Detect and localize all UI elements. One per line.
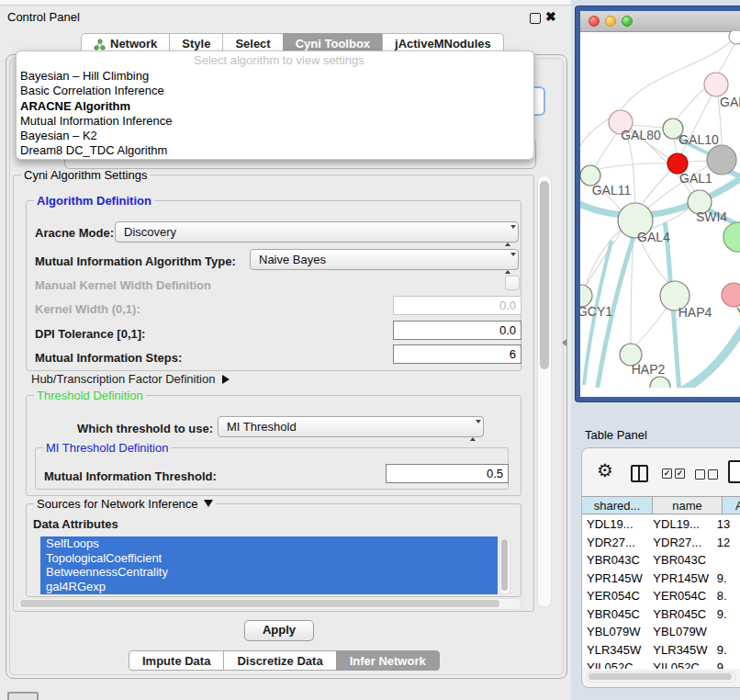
combo-spinner-icon [505, 254, 511, 274]
algorithm-dropdown-item[interactable]: Basic Correlation Inference [18, 84, 532, 98]
float-window-icon[interactable] [530, 13, 541, 24]
manual-kernel-checkbox[interactable] [505, 276, 520, 290]
network-node[interactable] [722, 283, 740, 307]
cell-value: 9. [714, 641, 740, 660]
algorithm-dropdown-item[interactable]: ARACNE Algorithm [18, 99, 532, 114]
cell-name: YLR345W [648, 641, 713, 660]
column-header-partial[interactable]: A [723, 496, 740, 514]
network-node-label: HAP4 [678, 305, 712, 320]
new-table-icon[interactable] [728, 460, 740, 483]
close-icon[interactable]: ✖ [545, 9, 556, 24]
network-node-label: GCY1 [580, 304, 612, 319]
table-hscrollbar[interactable] [586, 672, 736, 683]
network-window-titlebar[interactable] [580, 11, 740, 32]
apply-button[interactable]: Apply [244, 620, 314, 641]
data-attribute-item[interactable]: gal4RGexp [40, 580, 498, 594]
dpi-tolerance-input[interactable] [393, 321, 521, 340]
combo-spinner-icon [505, 226, 511, 246]
network-node[interactable] [704, 73, 728, 96]
cell-name: YBR043C [648, 551, 713, 570]
aracne-mode-value: Discovery [124, 225, 176, 239]
network-node-label: SWI4 [696, 209, 727, 224]
which-threshold-combo[interactable]: MI Threshold [218, 416, 484, 437]
table-row[interactable]: YDL19... YDL19... 13 [582, 515, 740, 534]
attributes-scrollbar-thumb[interactable] [501, 539, 508, 591]
table-row[interactable]: YBL079W YBL079W [582, 623, 740, 641]
mi-type-label: Mutual Information Algorithm Type: [35, 254, 236, 268]
minimized-panel-chip[interactable] [7, 692, 39, 700]
cell-name: YPR145W [648, 570, 713, 588]
screen: Control Panel ✖ Network Style Select Cyn… [0, 0, 740, 700]
tab-discretize-data[interactable]: Discretize Data [223, 650, 336, 671]
mi-steps-input[interactable] [393, 344, 521, 364]
column-view-icon[interactable] [631, 465, 648, 482]
tab-impute-data[interactable]: Impute Data [129, 650, 224, 671]
tab-infer-network[interactable]: Infer Network [336, 650, 440, 671]
cell-shared-name: YLR345W [582, 641, 648, 660]
minimize-traffic-light[interactable] [605, 16, 616, 27]
mi-threshold-legend: MI Threshold Definition [43, 441, 171, 455]
collapse-down-icon[interactable] [204, 500, 213, 507]
network-node-label: GAL11 [592, 183, 632, 198]
table-row[interactable]: YBR045C YBR045C 9. [582, 605, 740, 624]
settings-hscrollbar[interactable] [17, 598, 521, 610]
cell-name: YBL079W [648, 623, 713, 641]
close-traffic-light[interactable] [589, 16, 600, 27]
manual-kernel-label: Manual Kernel Width Definition [35, 278, 211, 292]
control-panel-title: Control Panel [7, 10, 80, 24]
checked-checkbox-icon[interactable]: ✓ [662, 469, 672, 479]
mi-threshold-label: Mutual Information Threshold: [44, 469, 217, 483]
table-row[interactable]: YLR345W YLR345W 9. [582, 641, 740, 660]
cell-value: 12 [714, 534, 740, 552]
cell-name: YDR27... [648, 534, 713, 552]
network-node-label: HAP2 [632, 362, 666, 377]
aracne-mode-label: Aracne Mode: [35, 226, 114, 240]
network-canvas[interactable]: GALGAL80GAL10GAL1GAL11SWI4GAL4GCY1HAP4YH… [580, 31, 740, 388]
network-node[interactable] [729, 31, 740, 44]
which-threshold-value: MI Threshold [227, 420, 297, 434]
column-header-name[interactable]: name [653, 496, 723, 514]
cell-name: YBR045C [648, 605, 713, 624]
column-header-shared-name[interactable]: shared... [582, 496, 653, 514]
table-row[interactable]: YBR043C YBR043C [582, 551, 740, 570]
settings-hscrollbar-thumb[interactable] [20, 600, 499, 607]
algorithm-dropdown-item[interactable]: Mutual Information Inference [18, 114, 532, 129]
cell-value: 9. [714, 659, 740, 669]
cell-value [714, 623, 740, 641]
network-node[interactable] [723, 222, 740, 252]
unchecked-checkbox-icon[interactable] [695, 469, 705, 480]
settings-scrollbar-thumb[interactable] [540, 181, 549, 369]
network-node-label: Y [736, 305, 740, 320]
algorithm-dropdown-item[interactable]: Dream8 DC_TDC Algorithm [18, 143, 532, 158]
sash-collapse-arrow[interactable] [562, 339, 566, 346]
gear-icon[interactable]: ⚙ [597, 461, 613, 480]
network-view-window[interactable]: GALGAL80GAL10GAL1GAL11SWI4GAL4GCY1HAP4YH… [576, 6, 740, 401]
window-top-strip [0, 0, 571, 6]
algorithm-dropdown-item[interactable]: Bayesian – Hill Climbing [18, 69, 532, 84]
data-attribute-item[interactable]: BetweennessCentrality [40, 565, 498, 580]
table-row[interactable]: YIL052C YIL052C 9. [582, 659, 740, 669]
table-row[interactable]: YDR27... YDR27... 12 [582, 534, 740, 552]
table-row[interactable]: YER054C YER054C 8. [582, 587, 740, 605]
unchecked-checkbox-icon[interactable] [708, 469, 718, 480]
table-row[interactable]: YPR145W YPR145W 9. [582, 570, 740, 588]
cell-value: 8. [714, 587, 740, 605]
table-hscrollbar-thumb[interactable] [589, 673, 732, 680]
algorithm-dropdown-item[interactable]: Bayesian – K2 [18, 129, 532, 143]
cell-shared-name: YBL079W [582, 623, 648, 641]
checked-checkbox-icon[interactable]: ✓ [675, 469, 685, 479]
data-attribute-item[interactable]: SelfLoops [40, 536, 498, 551]
mi-threshold-input[interactable] [386, 464, 509, 483]
mi-steps-label: Mutual Information Steps: [35, 351, 182, 365]
aracne-mode-combo[interactable]: Discovery [115, 221, 519, 243]
kernel-width-input[interactable] [393, 296, 521, 315]
data-attributes-label: Data Attributes [33, 517, 118, 531]
network-node-label: GAL80 [621, 128, 661, 142]
hub-definition-label: Hub/Transcription Factor Definition [31, 372, 215, 386]
hub-definition-toggle[interactable]: Hub/Transcription Factor Definition [31, 372, 230, 386]
attributes-scrollbar[interactable] [499, 537, 510, 594]
zoom-traffic-light[interactable] [622, 16, 633, 27]
data-attribute-item[interactable]: TopologicalCoefficient [40, 551, 498, 566]
mi-type-combo[interactable]: Naive Bayes [250, 249, 519, 270]
settings-scrollbar[interactable] [537, 175, 552, 607]
